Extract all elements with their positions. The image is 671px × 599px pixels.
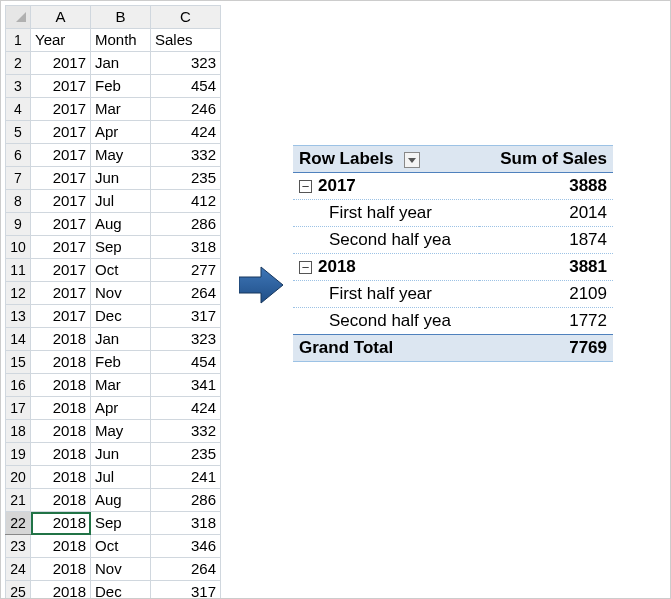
cell[interactable]: Mar <box>91 374 151 397</box>
row-header[interactable]: 9 <box>6 213 31 236</box>
cell[interactable]: Feb <box>91 75 151 98</box>
cell[interactable]: 2018 <box>31 328 91 351</box>
cell[interactable]: 318 <box>151 236 221 259</box>
cell[interactable]: 317 <box>151 305 221 328</box>
row-header[interactable]: 1 <box>6 29 31 52</box>
col-header-c[interactable]: C <box>151 6 221 29</box>
collapse-icon[interactable]: − <box>299 180 312 193</box>
cell[interactable]: Apr <box>91 397 151 420</box>
cell[interactable]: 424 <box>151 397 221 420</box>
cell[interactable]: 332 <box>151 144 221 167</box>
cell[interactable]: 286 <box>151 489 221 512</box>
cell[interactable]: 2018 <box>31 489 91 512</box>
cell[interactable]: Jan <box>91 52 151 75</box>
cell[interactable]: 454 <box>151 351 221 374</box>
cell[interactable]: 341 <box>151 374 221 397</box>
cell[interactable]: Jul <box>91 466 151 489</box>
cell[interactable]: Jun <box>91 167 151 190</box>
cell[interactable]: Dec <box>91 581 151 600</box>
cell[interactable]: 2017 <box>31 75 91 98</box>
pivot-row-labels-header[interactable]: Row Labels <box>293 146 479 173</box>
row-header[interactable]: 13 <box>6 305 31 328</box>
cell[interactable]: 2017 <box>31 52 91 75</box>
cell[interactable]: 346 <box>151 535 221 558</box>
cell[interactable]: Mar <box>91 98 151 121</box>
cell[interactable]: May <box>91 420 151 443</box>
cell[interactable]: 264 <box>151 282 221 305</box>
cell[interactable]: Nov <box>91 282 151 305</box>
cell[interactable]: Sep <box>91 236 151 259</box>
cell[interactable]: 2017 <box>31 167 91 190</box>
select-all-corner[interactable] <box>6 6 31 29</box>
cell[interactable]: Oct <box>91 535 151 558</box>
cell[interactable]: Year <box>31 29 91 52</box>
pivot-group-label[interactable]: Second half yea <box>293 227 479 254</box>
cell[interactable]: 412 <box>151 190 221 213</box>
row-header[interactable]: 11 <box>6 259 31 282</box>
cell[interactable]: Month <box>91 29 151 52</box>
row-header[interactable]: 3 <box>6 75 31 98</box>
row-header[interactable]: 23 <box>6 535 31 558</box>
pivot-group-label[interactable]: First half year <box>293 281 479 308</box>
row-header[interactable]: 21 <box>6 489 31 512</box>
filter-dropdown-icon[interactable] <box>404 152 420 168</box>
cell[interactable]: 286 <box>151 213 221 236</box>
cell[interactable]: 2017 <box>31 121 91 144</box>
spreadsheet[interactable]: A B C 1 Year Month Sales 22017Jan3233201… <box>5 5 221 599</box>
pivot-group-label[interactable]: First half year <box>293 200 479 227</box>
cell[interactable]: 2018 <box>31 374 91 397</box>
row-header[interactable]: 14 <box>6 328 31 351</box>
cell[interactable]: 2018 <box>31 466 91 489</box>
cell[interactable]: 235 <box>151 443 221 466</box>
cell[interactable]: 2017 <box>31 282 91 305</box>
row-header[interactable]: 22 <box>6 512 31 535</box>
cell[interactable]: Jul <box>91 190 151 213</box>
cell[interactable]: 2017 <box>31 259 91 282</box>
row-header[interactable]: 12 <box>6 282 31 305</box>
col-header-b[interactable]: B <box>91 6 151 29</box>
cell[interactable]: Dec <box>91 305 151 328</box>
cell[interactable]: Sep <box>91 512 151 535</box>
cell[interactable]: 424 <box>151 121 221 144</box>
cell[interactable]: 323 <box>151 52 221 75</box>
cell[interactable]: 264 <box>151 558 221 581</box>
cell[interactable]: 318 <box>151 512 221 535</box>
cell[interactable]: 241 <box>151 466 221 489</box>
collapse-icon[interactable]: − <box>299 261 312 274</box>
row-header[interactable]: 4 <box>6 98 31 121</box>
cell[interactable]: 2017 <box>31 98 91 121</box>
pivot-group-label[interactable]: Second half yea <box>293 308 479 335</box>
cell[interactable]: 332 <box>151 420 221 443</box>
cell[interactable]: 2017 <box>31 144 91 167</box>
row-header[interactable]: 2 <box>6 52 31 75</box>
cell[interactable]: 2017 <box>31 305 91 328</box>
cell[interactable]: Jun <box>91 443 151 466</box>
cell[interactable]: 2018 <box>31 535 91 558</box>
row-header[interactable]: 15 <box>6 351 31 374</box>
cell[interactable]: 454 <box>151 75 221 98</box>
cell[interactable]: 235 <box>151 167 221 190</box>
cell[interactable]: 323 <box>151 328 221 351</box>
cell[interactable]: 2017 <box>31 236 91 259</box>
cell[interactable]: 2017 <box>31 213 91 236</box>
row-header[interactable]: 6 <box>6 144 31 167</box>
row-header[interactable]: 10 <box>6 236 31 259</box>
row-header[interactable]: 16 <box>6 374 31 397</box>
row-header[interactable]: 24 <box>6 558 31 581</box>
cell[interactable]: Nov <box>91 558 151 581</box>
cell[interactable]: Jan <box>91 328 151 351</box>
row-header[interactable]: 8 <box>6 190 31 213</box>
cell[interactable]: May <box>91 144 151 167</box>
cell[interactable]: 2018 <box>31 397 91 420</box>
row-header[interactable]: 7 <box>6 167 31 190</box>
cell[interactable]: 2018 <box>31 443 91 466</box>
row-header[interactable]: 17 <box>6 397 31 420</box>
cell[interactable]: 277 <box>151 259 221 282</box>
cell[interactable]: 246 <box>151 98 221 121</box>
pivot-table[interactable]: Row Labels Sum of Sales −20173888First h… <box>293 145 613 362</box>
cell[interactable]: 317 <box>151 581 221 600</box>
pivot-year-row[interactable]: −2018 <box>293 254 479 281</box>
row-header[interactable]: 18 <box>6 420 31 443</box>
row-header[interactable]: 19 <box>6 443 31 466</box>
cell[interactable]: 2017 <box>31 190 91 213</box>
